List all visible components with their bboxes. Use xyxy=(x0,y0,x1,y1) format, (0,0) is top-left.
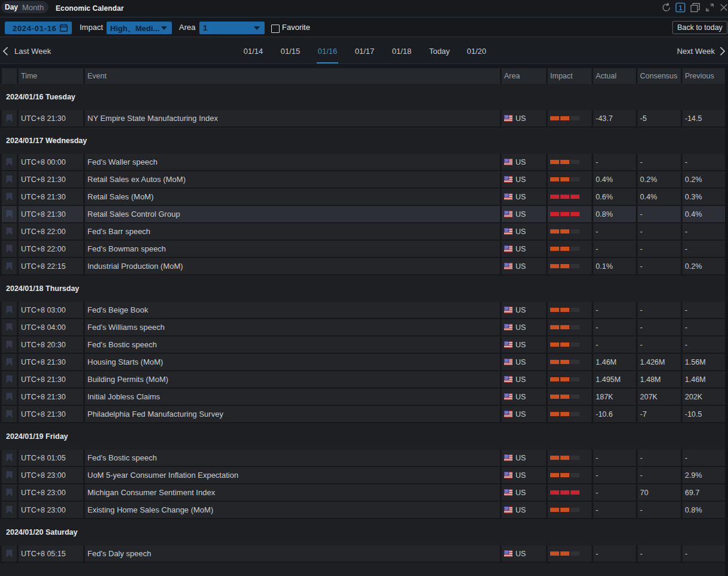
svg-text:1: 1 xyxy=(678,4,682,11)
